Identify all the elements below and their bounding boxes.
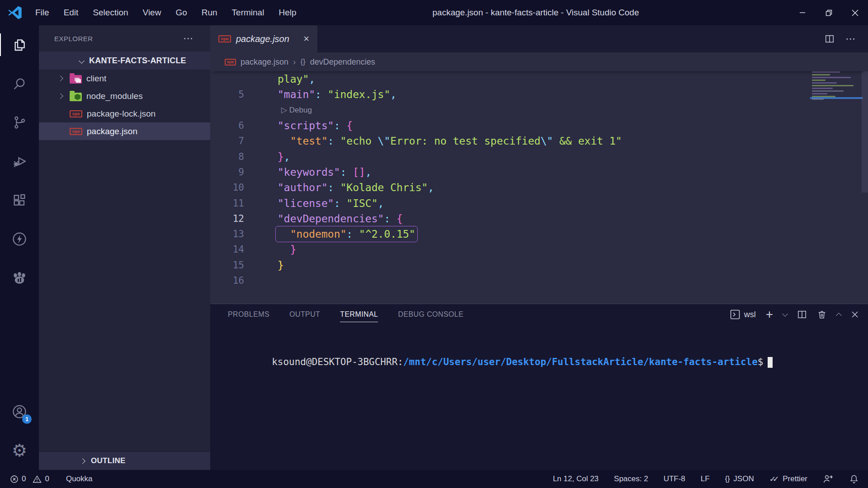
shell-name: wsl [744, 310, 756, 319]
status-label: Prettier [783, 474, 807, 483]
menu-view[interactable]: View [136, 0, 169, 25]
panel-tab-problems[interactable]: PROBLEMS [228, 304, 269, 325]
code-editor[interactable]: play",5"main": "index.js",▷ Debug6"scrip… [210, 71, 868, 304]
status-indentation[interactable]: Spaces: 2 [614, 474, 648, 483]
editor-scrollbar[interactable] [862, 71, 868, 192]
notifications-bell-icon[interactable] [849, 474, 859, 484]
search-icon[interactable] [0, 64, 39, 103]
problems-status[interactable]: 0 0 Quokka [0, 474, 93, 483]
line-text: "author": "Kolade Chris", [278, 182, 434, 193]
code-line-6[interactable]: 6"scripts": { [210, 118, 868, 133]
new-terminal-icon[interactable]: + [766, 308, 773, 321]
restore-button[interactable] [816, 0, 842, 25]
file-row-package-json[interactable]: npmpackage.json [39, 122, 210, 140]
code-line[interactable]: play", [210, 71, 868, 87]
file-row-package-lock-json[interactable]: npmpackage-lock.json [39, 105, 210, 122]
status-right-items: Ln 12, Col 23Spaces: 2UTF-8LF{}JSON✓✓Pre… [553, 474, 807, 484]
panel-tab-terminal[interactable]: TERMINAL [340, 304, 378, 325]
status-quokka[interactable]: Quokka [66, 474, 93, 483]
explorer-icon[interactable] [0, 25, 39, 64]
run-and-debug-icon[interactable] [0, 142, 39, 181]
panel-tab-output[interactable]: OUTPUT [289, 304, 320, 325]
terminal-content[interactable]: ksound@DESKTOP-3BGCHRR:/mnt/c/Users/user… [210, 325, 868, 381]
feedback-person-icon[interactable] [823, 474, 834, 484]
menu-go[interactable]: Go [168, 0, 194, 25]
chevron-right-icon [55, 76, 65, 80]
line-number: 8 [210, 151, 244, 162]
flash-extension-icon[interactable] [0, 220, 39, 258]
maximize-panel-icon[interactable] [836, 313, 842, 319]
status-label: Spaces: 2 [614, 474, 648, 483]
split-editor-icon[interactable] [825, 34, 835, 44]
minimize-button[interactable] [789, 0, 816, 25]
code-line-11[interactable]: 11"license": "ISC", [210, 195, 868, 211]
title-bar: FileEditSelectionViewGoRunTerminalHelp p… [0, 0, 868, 25]
code-line-16[interactable]: 16 [210, 273, 868, 288]
node-modules-folder-icon [70, 93, 82, 101]
code-line-12[interactable]: 12"devDependencies": { [210, 211, 868, 226]
status-formatter[interactable]: ✓✓Prettier [769, 474, 807, 484]
file-row-node-modules[interactable]: node_modules [39, 87, 210, 105]
minimap[interactable] [812, 71, 861, 117]
close-tab-icon[interactable]: × [303, 34, 309, 44]
terminal-dropdown-icon[interactable] [782, 311, 788, 317]
activity-bar-spacer [0, 297, 39, 392]
code-line-8[interactable]: 8}, [210, 149, 868, 164]
chevron-right-icon [80, 458, 85, 464]
status-language-mode[interactable]: {}JSON [725, 474, 754, 483]
line-number: 14 [210, 244, 244, 255]
extensions-icon[interactable] [0, 181, 39, 220]
panel-tab-debug-console[interactable]: DEBUG CONSOLE [398, 304, 463, 325]
status-label: UTF-8 [664, 474, 685, 483]
menu-edit[interactable]: Edit [57, 0, 86, 25]
paw-stats-extension-icon[interactable] [0, 258, 39, 297]
status-right: Ln 12, Col 23Spaces: 2UTF-8LF{}JSON✓✓Pre… [553, 474, 868, 484]
menubar: FileEditSelectionViewGoRunTerminalHelp [28, 0, 304, 25]
code-line-13[interactable]: 13 "nodemon": "^2.0.15" [210, 226, 868, 242]
line-text: "test": "echo \"Error: no test specified… [278, 135, 622, 147]
code-lines: play",5"main": "index.js",▷ Debug6"scrip… [210, 71, 868, 288]
kill-terminal-trash-icon[interactable] [817, 310, 827, 319]
code-line-14[interactable]: 14 } [210, 242, 868, 257]
menu-run[interactable]: Run [194, 0, 225, 25]
status-cursor-position[interactable]: Ln 12, Col 23 [553, 474, 599, 483]
outline-label: OUTLINE [91, 456, 126, 465]
status-encoding[interactable]: UTF-8 [664, 474, 685, 483]
code-line-5[interactable]: 5"main": "index.js", [210, 87, 868, 102]
code-line-9[interactable]: 9"keywords": [], [210, 164, 868, 180]
explorer-sidebar: EXPLORER ⋯ KANTE-FACTS-ARTICLE clientnod… [39, 25, 210, 470]
tab-label: package.json [236, 34, 289, 44]
file-row-client[interactable]: client [39, 70, 210, 87]
status-bar: 0 0 Quokka Ln 12, Col 23Spaces: 2UTF-8LF… [0, 470, 868, 488]
menu-selection[interactable]: Selection [85, 0, 135, 25]
split-terminal-icon[interactable] [797, 310, 807, 319]
status-eol[interactable]: LF [701, 474, 710, 483]
code-line-7[interactable]: 7 "test": "echo \"Error: no test specifi… [210, 133, 868, 149]
breadcrumb-file[interactable]: package.json [241, 57, 288, 67]
code-line-15[interactable]: 15} [210, 258, 868, 273]
breadcrumb-symbol[interactable]: devDependencies [310, 57, 375, 67]
close-window-button[interactable] [842, 0, 868, 25]
code-line[interactable]: ▷ Debug [210, 103, 868, 118]
line-text: "main": "index.js", [278, 89, 396, 100]
line-text: "scripts": { [278, 120, 353, 131]
line-text: play", [278, 73, 315, 85]
settings-gear-icon[interactable]: ⚙ [0, 431, 39, 470]
code-line-10[interactable]: 10"author": "Kolade Chris", [210, 180, 868, 195]
close-panel-icon[interactable] [851, 310, 859, 319]
menu-help[interactable]: Help [271, 0, 303, 25]
outline-section-row[interactable]: OUTLINE [39, 451, 210, 470]
file-label: client [86, 74, 106, 84]
terminal-shell-selector[interactable]: wsl [730, 309, 756, 320]
source-control-icon[interactable] [0, 103, 39, 142]
menu-terminal[interactable]: Terminal [225, 0, 272, 25]
more-actions-icon[interactable]: ⋯ [183, 33, 194, 44]
line-number: 9 [210, 167, 244, 178]
more-editor-actions-icon[interactable]: ⋯ [845, 33, 856, 45]
workspace-root-row[interactable]: KANTE-FACTS-ARTICLE [39, 52, 210, 70]
account-icon[interactable]: 1 [0, 392, 39, 431]
line-text: } [278, 244, 297, 255]
codelens-debug[interactable]: ▷ Debug [281, 105, 312, 115]
menu-file[interactable]: File [28, 0, 57, 25]
tab-package-json[interactable]: npm package.json × [210, 25, 317, 52]
